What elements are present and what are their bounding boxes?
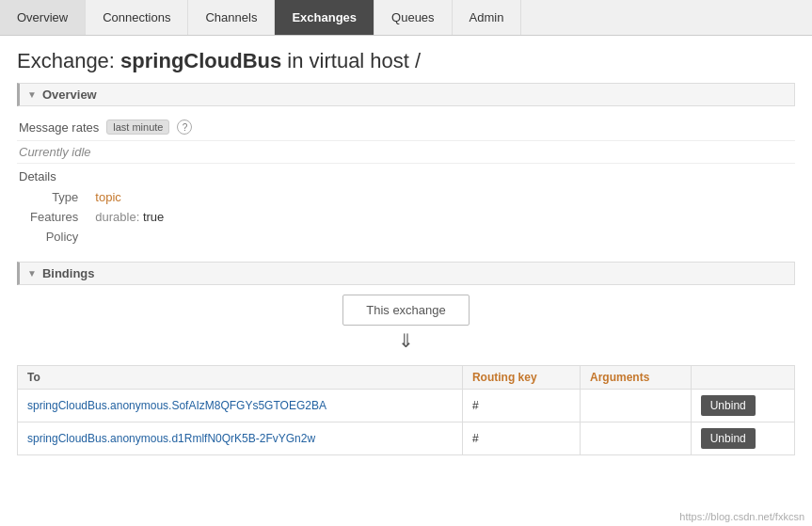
type-label: Type: [26, 187, 91, 207]
policy-row: Policy: [26, 227, 173, 247]
arrow-down-icon: ⇓: [398, 329, 414, 352]
nav-overview[interactable]: Overview: [0, 0, 86, 35]
overview-section: ▼ Overview Message rates last minute ? C…: [17, 83, 795, 247]
overview-section-header[interactable]: ▼ Overview: [17, 83, 795, 106]
binding-to-1: springCloudBus.anonymous.d1RmlfN0QrK5B-2…: [18, 422, 463, 455]
features-value: durable: true: [91, 207, 173, 227]
details-label: Details: [17, 164, 795, 187]
this-exchange-box: This exchange: [342, 295, 470, 326]
nav-channels[interactable]: Channels: [188, 0, 275, 35]
type-row: Type topic: [26, 187, 173, 207]
binding-arguments-0: [581, 390, 692, 422]
durable-label: durable:: [95, 210, 139, 224]
page-title: Exchange: springCloudBus in virtual host…: [17, 49, 795, 73]
footer-watermark: https://blog.csdn.net/fxkcsn: [679, 511, 804, 522]
binding-action-1: Unbind: [691, 422, 794, 455]
type-value: topic: [91, 187, 173, 207]
help-icon[interactable]: ?: [177, 120, 192, 135]
binding-row-1: springCloudBus.anonymous.d1RmlfN0QrK5B-2…: [18, 422, 795, 455]
features-label: Features: [26, 207, 91, 227]
binding-routing-key-1: #: [462, 422, 580, 455]
details-table: Type topic Features durable: true Policy: [26, 187, 173, 247]
bindings-section: ▼ Bindings This exchange ⇓ To Routing ke…: [17, 262, 795, 455]
nav-connections[interactable]: Connections: [86, 0, 188, 35]
bindings-table-header: To Routing key Arguments: [18, 366, 795, 390]
bindings-center: This exchange ⇓: [17, 295, 795, 352]
unbind-button-0[interactable]: Unbind: [701, 395, 756, 416]
title-suffix: in virtual host /: [287, 49, 421, 72]
title-prefix: Exchange:: [17, 49, 115, 72]
currently-idle: Currently idle: [17, 141, 795, 164]
features-row: Features durable: true: [26, 207, 173, 227]
message-rates-label: Message rates: [19, 120, 99, 135]
overview-section-label: Overview: [42, 88, 97, 102]
nav-queues[interactable]: Queues: [374, 0, 453, 35]
binding-arguments-1: [581, 422, 692, 455]
nav-exchanges[interactable]: Exchanges: [275, 0, 374, 35]
binding-to-0: springCloudBus.anonymous.SofAIzM8QFGYs5G…: [18, 390, 463, 422]
bindings-section-label: Bindings: [42, 266, 95, 280]
overview-chevron-icon: ▼: [27, 89, 37, 100]
top-nav: Overview Connections Channels Exchanges …: [0, 0, 812, 36]
message-rates-badge[interactable]: last minute: [106, 120, 169, 135]
col-to: To: [18, 366, 463, 390]
bindings-chevron-icon: ▼: [27, 268, 37, 279]
binding-action-0: Unbind: [691, 390, 794, 422]
bindings-section-header[interactable]: ▼ Bindings: [17, 262, 795, 285]
message-rates-row: Message rates last minute ?: [17, 114, 795, 141]
page-content: Exchange: springCloudBus in virtual host…: [0, 36, 812, 484]
binding-routing-key-0: #: [462, 390, 580, 422]
policy-value: [91, 227, 173, 247]
nav-admin[interactable]: Admin: [453, 0, 522, 35]
bindings-table: To Routing key Arguments springCloudBus.…: [17, 365, 795, 455]
binding-row-0: springCloudBus.anonymous.SofAIzM8QFGYs5G…: [18, 390, 795, 422]
policy-label: Policy: [26, 227, 91, 247]
durable-value: true: [143, 210, 164, 224]
exchange-name: springCloudBus: [120, 49, 281, 72]
col-action: [691, 366, 794, 390]
col-routing-key: Routing key: [462, 366, 580, 390]
col-arguments: Arguments: [581, 366, 692, 390]
unbind-button-1[interactable]: Unbind: [701, 428, 756, 449]
